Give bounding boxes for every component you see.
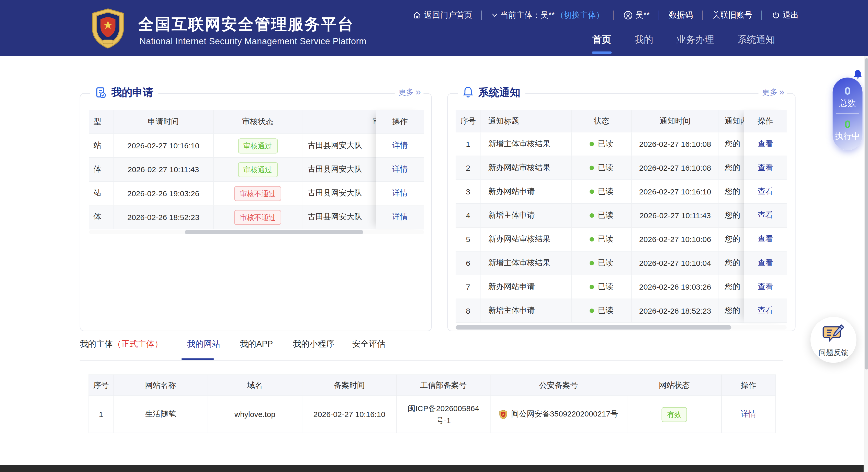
applications-hscrollbar[interactable] bbox=[89, 230, 424, 234]
system-notices-title-label: 系统通知 bbox=[478, 85, 521, 99]
application-unit: 古田县网安大队 bbox=[302, 134, 376, 157]
application-time: 2026-02-26 18:52:23 bbox=[114, 205, 214, 229]
application-time: 2026-02-26 19:03:26 bbox=[114, 182, 214, 205]
tab-my-miniprogram[interactable]: 我的小程序 bbox=[293, 339, 334, 360]
read-dot-icon bbox=[590, 213, 594, 218]
application-detail-link[interactable]: 详情 bbox=[392, 188, 408, 198]
task-running-label: 执行中 bbox=[833, 131, 863, 142]
notice-title: 新办网站申请 bbox=[481, 180, 572, 203]
scrollbar-thumb[interactable] bbox=[185, 230, 363, 234]
col-icp-number: 工信部备案号 bbox=[397, 375, 490, 396]
link-old-account-label: 关联旧账号 bbox=[712, 10, 752, 20]
col-audit-unit: 审核单位 bbox=[302, 110, 376, 134]
websites-header-row: 序号 网站名称 域名 备案时间 工信部备案号 公安备案号 网站状态 操作 bbox=[89, 375, 775, 396]
notice-content: 您的 bbox=[719, 156, 744, 180]
nav-notices[interactable]: 系统通知 bbox=[737, 33, 775, 54]
home-portal-link[interactable]: 返回门户首页 bbox=[412, 10, 472, 20]
notice-no: 1 bbox=[456, 132, 481, 156]
home-icon bbox=[412, 10, 421, 20]
read-dot-icon bbox=[590, 237, 594, 241]
system-notices-more-link[interactable]: 更多 » bbox=[758, 88, 787, 97]
notice-time: 2026-02-27 10:10:06 bbox=[632, 228, 719, 251]
site-detail-link[interactable]: 详情 bbox=[741, 409, 756, 418]
col-audit-status: 审核状态 bbox=[214, 110, 302, 134]
user-menu[interactable]: 吴** bbox=[623, 10, 650, 20]
separator: │ bbox=[478, 10, 486, 20]
notice-no: 7 bbox=[456, 275, 481, 299]
notice-no: 5 bbox=[456, 228, 481, 251]
platform-title: 全国互联网安全管理服务平台 bbox=[138, 14, 354, 35]
notice-status: 已读 bbox=[572, 252, 632, 275]
main-nav: 首页 我的 业务办理 系统通知 bbox=[592, 33, 775, 54]
scrollbar-thumb[interactable] bbox=[864, 58, 868, 370]
notice-content: 您的 bbox=[719, 180, 744, 203]
col-domain: 域名 bbox=[208, 375, 302, 396]
double-chevron-icon: » bbox=[415, 89, 420, 96]
scrollbar-thumb[interactable] bbox=[456, 325, 731, 329]
read-dot-icon bbox=[590, 189, 594, 194]
notices-hscrollbar[interactable] bbox=[456, 325, 787, 329]
notice-content: 您的 bbox=[719, 252, 744, 275]
notice-view-link[interactable]: 查看 bbox=[757, 163, 773, 173]
tab-security-assessment[interactable]: 安全评估 bbox=[352, 339, 385, 360]
site-filing-time: 2026-02-27 10:16:10 bbox=[302, 396, 397, 433]
tab-my-subject[interactable]: 我的主体 （正式主体） bbox=[80, 339, 163, 360]
col-type: 型 bbox=[89, 110, 114, 134]
tab-my-miniprogram-label: 我的小程序 bbox=[293, 339, 334, 350]
tab-my-app[interactable]: 我的APP bbox=[240, 339, 273, 360]
page-vscrollbar[interactable] bbox=[864, 56, 868, 472]
task-bell-icon[interactable] bbox=[852, 70, 863, 79]
notice-view-link[interactable]: 查看 bbox=[757, 258, 773, 268]
notice-view-link[interactable]: 查看 bbox=[757, 234, 773, 244]
nav-mine[interactable]: 我的 bbox=[634, 33, 653, 54]
feedback-button[interactable]: 问题反馈 bbox=[810, 317, 857, 363]
read-label: 已读 bbox=[598, 139, 614, 149]
nav-home[interactable]: 首页 bbox=[592, 33, 611, 54]
notice-row: 6 新增主体审核结果 已读 2026-02-27 10:10:04 您的 bbox=[456, 252, 744, 275]
separator: │ bbox=[655, 10, 663, 20]
notice-view-link[interactable]: 查看 bbox=[757, 210, 773, 220]
application-detail-link[interactable]: 详情 bbox=[392, 141, 408, 151]
notice-view-link[interactable]: 查看 bbox=[757, 306, 773, 316]
separator: │ bbox=[610, 10, 618, 20]
notice-view-link[interactable]: 查看 bbox=[757, 282, 773, 292]
col-action: 操作 bbox=[376, 110, 424, 134]
notice-view-link[interactable]: 查看 bbox=[757, 187, 773, 197]
notice-title: 新办网站审核结果 bbox=[481, 228, 572, 251]
site-name: 生活随笔 bbox=[113, 396, 208, 433]
notice-status: 已读 bbox=[572, 132, 632, 156]
task-total-value: 0 bbox=[833, 85, 863, 97]
police-badge-logo bbox=[89, 8, 127, 49]
my-applications-more-link[interactable]: 更多 » bbox=[395, 88, 424, 97]
task-running-value: 0 bbox=[833, 118, 863, 131]
username-label: 吴** bbox=[636, 10, 650, 20]
notice-view-link[interactable]: 查看 bbox=[757, 139, 773, 149]
col-time: 通知时间 bbox=[632, 110, 719, 132]
nav-business[interactable]: 业务办理 bbox=[677, 33, 714, 54]
notice-no: 8 bbox=[456, 299, 481, 322]
task-total-label: 总数 bbox=[833, 98, 863, 109]
notice-content: 您的 bbox=[719, 299, 744, 322]
logout-button[interactable]: 退出 bbox=[772, 10, 799, 20]
site-action-cell: 详情 bbox=[721, 396, 775, 433]
more-label: 更多 bbox=[762, 88, 778, 97]
application-detail-link[interactable]: 详情 bbox=[392, 212, 408, 222]
tab-my-app-label: 我的APP bbox=[240, 339, 273, 350]
col-no: 序号 bbox=[89, 375, 113, 396]
site-domain: whylove.top bbox=[208, 396, 302, 433]
bell-icon bbox=[463, 86, 473, 99]
application-type: 体 bbox=[89, 158, 114, 181]
notice-time: 2026-02-26 18:52:23 bbox=[632, 299, 719, 322]
switch-subject-link[interactable]: （切换主体） bbox=[556, 10, 604, 20]
tab-my-website[interactable]: 我的网站 bbox=[187, 339, 220, 360]
read-dot-icon bbox=[590, 308, 594, 313]
application-detail-link[interactable]: 详情 bbox=[392, 165, 408, 175]
data-code-link[interactable]: 数据码 bbox=[669, 10, 693, 20]
link-old-account[interactable]: 关联旧账号 bbox=[712, 10, 752, 20]
applications-action-column: 操作 详情 详情 详情 详情 bbox=[376, 110, 424, 230]
col-no: 序号 bbox=[456, 110, 481, 132]
current-subject[interactable]: 当前主体：吴** （切换主体） bbox=[491, 10, 604, 20]
col-status: 状态 bbox=[572, 110, 632, 132]
task-counter-widget[interactable]: 0 总数 0 执行中 bbox=[833, 78, 863, 150]
notice-time: 2026-02-27 16:10:08 bbox=[632, 156, 719, 180]
